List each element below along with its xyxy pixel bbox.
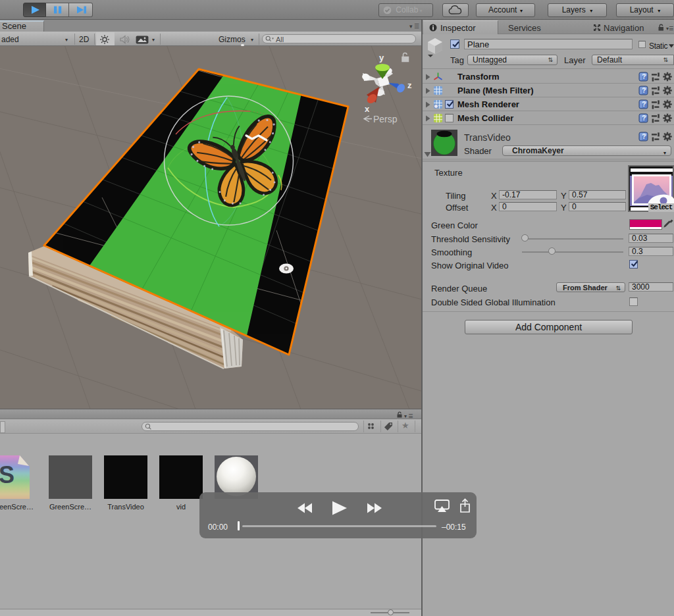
svg-text:y: y	[379, 53, 384, 63]
svg-text:x: x	[365, 104, 370, 114]
svg-text:z: z	[407, 80, 412, 90]
svg-text:Persp: Persp	[373, 114, 398, 124]
